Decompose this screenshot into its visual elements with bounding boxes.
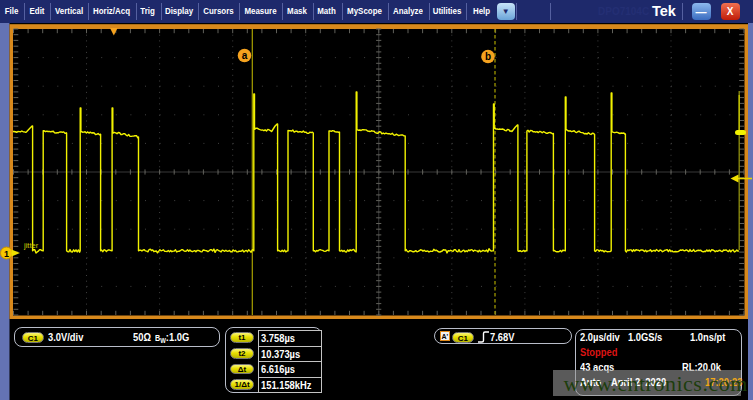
svg-text:a: a (242, 50, 248, 61)
svg-text:jitter: jitter (23, 241, 39, 250)
svg-text:b: b (485, 51, 491, 62)
svg-text:1: 1 (4, 249, 9, 259)
